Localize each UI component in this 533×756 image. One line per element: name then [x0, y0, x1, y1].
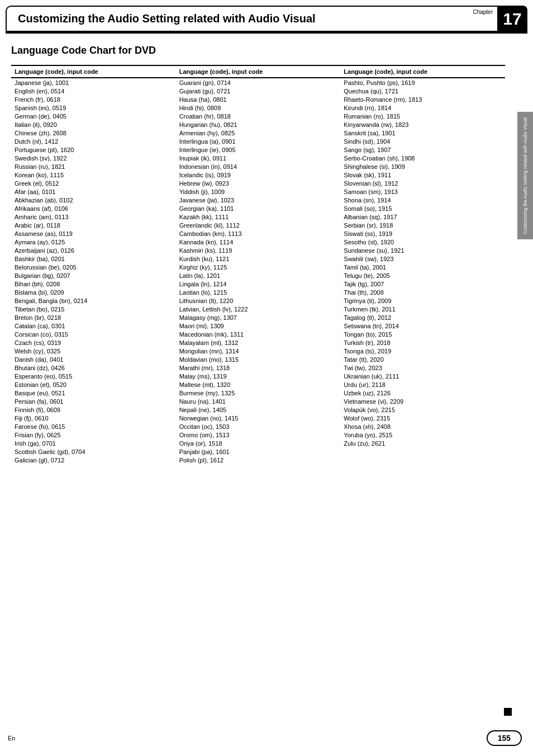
lang-cell: Welsh (cy), 0325 — [11, 347, 176, 355]
lang-cell: Aymara (ay), 0125 — [11, 238, 176, 246]
lang-cell: Greek (el), 0512 — [11, 179, 176, 187]
col1-header: Language (code), input code — [11, 65, 176, 78]
lang-cell: Korean (ko), 1115 — [11, 171, 176, 179]
lang-cell: Latvian, Lettish (lv), 1222 — [176, 305, 341, 313]
lang-cell: Esperanto (eo), 0515 — [11, 372, 176, 380]
lang-cell: Frisian (fy), 0625 — [11, 431, 176, 439]
lang-cell: Hausa (ha), 0801 — [176, 95, 341, 103]
table-row: Corsican (co), 0315Macedonian (mk), 1311… — [11, 330, 505, 338]
table-row: Finnish (fi), 0609Nepali (ne), 1405Volap… — [11, 405, 505, 414]
table-row: Chinese (zh), 2608Armenian (hy), 0825San… — [11, 129, 505, 137]
lang-cell: Xhosa (xh), 2408 — [340, 422, 505, 431]
lang-cell: Lithusnian (lt), 1220 — [176, 296, 341, 305]
lang-cell: Persian (fa), 0601 — [11, 397, 176, 405]
lang-cell: Occitan (oc), 1503 — [176, 422, 341, 431]
lang-cell: Ukrainian (uk), 2111 — [340, 372, 505, 380]
lang-cell: Irish (ga), 0701 — [11, 439, 176, 447]
lang-cell: Rumanian (ro), 1815 — [340, 112, 505, 120]
table-row: Danish (da), 0401Moldavian (mo), 1315Tat… — [11, 355, 505, 363]
lang-cell: Lingala (ln), 1214 — [176, 280, 341, 288]
lang-cell: Swahili (sw), 1923 — [340, 254, 505, 263]
lang-cell: Polish (pl), 1612 — [176, 456, 341, 464]
lang-cell: Rhaeto-Romance (rm), 1813 — [340, 95, 505, 103]
lang-cell: Czach (cs), 0319 — [11, 338, 176, 347]
lang-cell: Somali (so), 1915 — [340, 204, 505, 212]
lang-cell: Burmese (my), 1325 — [176, 389, 341, 397]
table-row: Bulgarian (bg), 0207Latin (la), 1201Telu… — [11, 271, 505, 280]
lang-cell: Estonian (et), 0520 — [11, 380, 176, 389]
lang-cell: Tajik (tg), 2007 — [340, 280, 505, 288]
lang-cell: Tamil (ta), 2001 — [340, 263, 505, 271]
lang-cell: Portuguese (pt), 1620 — [11, 145, 176, 154]
lang-cell: German (de), 0405 — [11, 112, 176, 120]
table-row: Fiji (fj), 0610Norwegian (no), 1415Wolof… — [11, 414, 505, 422]
lang-cell: Tsonga (ts), 2019 — [340, 347, 505, 355]
table-row: Azerbaijani (az), 0126Kashmiri (ks), 111… — [11, 246, 505, 254]
lang-cell: Moldavian (mo), 1315 — [176, 355, 341, 363]
lang-cell: Bulgarian (bg), 0207 — [11, 271, 176, 280]
lang-cell: Belorussian (be), 0205 — [11, 263, 176, 271]
lang-cell: Macedonian (mk), 1311 — [176, 330, 341, 338]
lang-cell: Afrikaans (af), 0106 — [11, 204, 176, 212]
table-row: Arabic (ar), 0118Greenlandic (kl), 1112S… — [11, 221, 505, 229]
lang-cell: Tongan (to), 2015 — [340, 330, 505, 338]
lang-cell: Amharic (am), 0113 — [11, 212, 176, 221]
table-row: Faroese (fo), 0615Occitan (oc), 1503Xhos… — [11, 422, 505, 431]
lang-cell: Panjabi (pa), 1601 — [176, 447, 341, 456]
lang-cell: Malayalam (ml), 1312 — [176, 338, 341, 347]
lang-cell: Croatian (hr), 0818 — [176, 112, 341, 120]
lang-cell: Marathi (mr), 1318 — [176, 363, 341, 372]
table-row: Aymara (ay), 0125Kannada (kn), 1114Sesot… — [11, 238, 505, 246]
lang-cell: Kannada (kn), 1114 — [176, 238, 341, 246]
lang-cell: Mongolian (mn), 1314 — [176, 347, 341, 355]
lang-cell: Oromo (om), 1513 — [176, 431, 341, 439]
lang-cell: Shinghalese (si), 1909 — [340, 162, 505, 171]
table-row: Bhutani (dz), 0426Marathi (mr), 1318Twi … — [11, 363, 505, 372]
lang-cell: Serbian (sr), 1918 — [340, 221, 505, 229]
lang-cell: Telugu (te), 2005 — [340, 271, 505, 280]
lang-cell: Bhutani (dz), 0426 — [11, 363, 176, 372]
page-number-box: 155 — [487, 730, 522, 746]
lang-cell: Finnish (fi), 0609 — [11, 405, 176, 414]
lang-cell: Kinyarwanda (rw), 1823 — [340, 120, 505, 129]
table-row: English (en), 0514Gujarati (gu), 0721Que… — [11, 87, 505, 95]
table-row: Abkhazian (ab), 0102Javanese (jw), 1023S… — [11, 196, 505, 204]
lang-cell: Sesotho (st), 1920 — [340, 238, 505, 246]
lang-cell: Javanese (jw), 1023 — [176, 196, 341, 204]
table-row: Afar (aa), 0101Yiddish (ji), 1009Samoan … — [11, 187, 505, 196]
lang-cell: Siswati (ss), 1919 — [340, 229, 505, 238]
lang-cell: Maltese (mt), 1320 — [176, 380, 341, 389]
table-row: Esperanto (eo), 0515Malay (ms), 1319Ukra… — [11, 372, 505, 380]
table-row: German (de), 0405Croatian (hr), 0818Ruma… — [11, 112, 505, 120]
table-row: Afrikaans (af), 0106Georgian (ka), 1101S… — [11, 204, 505, 212]
lang-cell: Kirghiz (ky), 1125 — [176, 263, 341, 271]
lang-cell: Swedish (sv), 1922 — [11, 154, 176, 162]
lang-cell: Oriya (or), 1518 — [176, 439, 341, 447]
lang-cell: Cambodian (km), 1113 — [176, 229, 341, 238]
square-icon — [504, 708, 512, 716]
table-row: Swedish (sv), 1922Inupiak (ik), 0911Serb… — [11, 154, 505, 162]
lang-cell: Hebrew (iw), 0923 — [176, 179, 341, 187]
lang-cell: Danish (da), 0401 — [11, 355, 176, 363]
table-row: Russian (ru), 1821Indonesian (in), 0914S… — [11, 162, 505, 171]
lang-cell: Turkmen (tk), 2011 — [340, 305, 505, 313]
lang-cell — [340, 456, 505, 464]
lang-cell: Tigrinya (ti), 2009 — [340, 296, 505, 305]
table-row: Tibetan (bo), 0215Latvian, Lettish (lv),… — [11, 305, 505, 313]
lang-cell: Russian (ru), 1821 — [11, 162, 176, 171]
lang-cell: Japanese (ja), 1001 — [11, 78, 176, 87]
lang-cell: Georgian (ka), 1101 — [176, 204, 341, 212]
table-row: Spanish (es), 0519Hindi (hi), 0809Kirund… — [11, 103, 505, 112]
table-row: French (fr), 0618Hausa (ha), 0801Rhaeto-… — [11, 95, 505, 103]
lang-cell: Breton (br), 0218 — [11, 313, 176, 322]
table-row: Greek (el), 0512Hebrew (iw), 0923Sloveni… — [11, 179, 505, 187]
lang-cell: Bengali, Bangla (bn), 0214 — [11, 296, 176, 305]
right-sidebar: Customizing the Audio Setting related wi… — [517, 112, 533, 239]
lang-cell: Hindi (hi), 0809 — [176, 103, 341, 112]
lang-cell: Shona (sn), 1914 — [340, 196, 505, 204]
lang-cell: Zulu (zu), 2621 — [340, 439, 505, 447]
lang-cell: Fiji (fj), 0610 — [11, 414, 176, 422]
lang-cell: Slovenian (sl), 1912 — [340, 179, 505, 187]
lang-cell: Kurdish (ku), 1121 — [176, 254, 341, 263]
lang-cell: Arabic (ar), 0118 — [11, 221, 176, 229]
